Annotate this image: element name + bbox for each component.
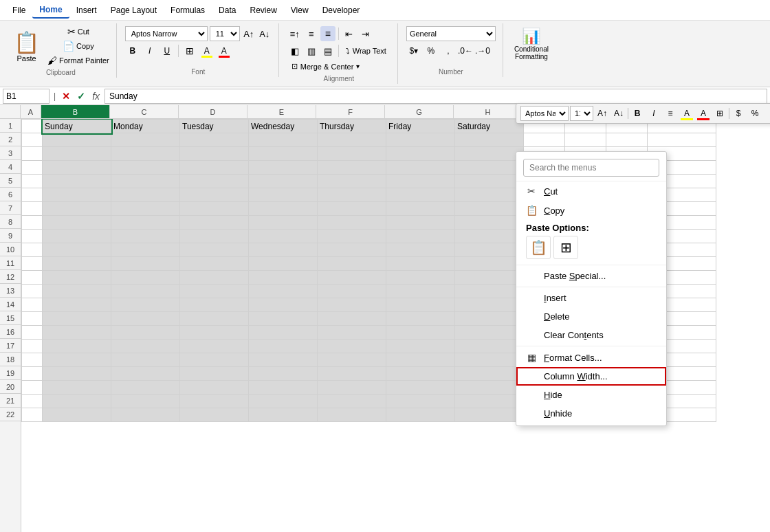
table-row[interactable] bbox=[318, 271, 386, 285]
table-row[interactable] bbox=[455, 312, 524, 326]
table-row[interactable] bbox=[455, 381, 524, 395]
table-row[interactable] bbox=[22, 202, 43, 216]
mini-fill-color-button[interactable]: A bbox=[679, 106, 694, 121]
row-num-15[interactable]: 15 bbox=[0, 311, 21, 325]
table-row[interactable] bbox=[43, 147, 111, 161]
comma-button[interactable]: , bbox=[441, 43, 456, 58]
context-menu-hide[interactable]: Hide bbox=[516, 386, 666, 404]
table-row[interactable] bbox=[249, 298, 318, 312]
table-row[interactable] bbox=[318, 408, 386, 422]
table-row[interactable] bbox=[249, 216, 318, 230]
col-header-e[interactable]: E bbox=[248, 105, 316, 118]
row-num-11[interactable]: 11 bbox=[0, 256, 21, 270]
menu-data[interactable]: Data bbox=[212, 3, 243, 18]
table-row[interactable] bbox=[318, 202, 386, 216]
row-num-5[interactable]: 5 bbox=[0, 174, 21, 188]
table-row[interactable] bbox=[111, 216, 180, 230]
row-num-4[interactable]: 4 bbox=[0, 160, 21, 174]
table-row[interactable] bbox=[180, 340, 249, 353]
table-row[interactable] bbox=[111, 243, 180, 257]
table-row[interactable] bbox=[43, 175, 111, 188]
table-row[interactable] bbox=[249, 367, 318, 381]
table-row[interactable] bbox=[22, 340, 43, 353]
table-row[interactable] bbox=[43, 243, 111, 257]
table-row[interactable]: Friday bbox=[386, 120, 455, 133]
paste-option-paste-button[interactable]: 📋 bbox=[526, 236, 551, 259]
table-row[interactable] bbox=[43, 161, 111, 175]
align-right-button[interactable]: ▤ bbox=[320, 43, 336, 58]
table-row[interactable] bbox=[249, 202, 318, 216]
table-row[interactable] bbox=[22, 326, 43, 340]
increase-decimal-button[interactable]: .→0 bbox=[475, 43, 490, 58]
table-row[interactable] bbox=[455, 202, 524, 216]
table-row[interactable] bbox=[111, 133, 180, 147]
table-row[interactable]: Monday bbox=[111, 120, 180, 133]
table-row[interactable] bbox=[386, 175, 455, 188]
table-row[interactable] bbox=[249, 230, 318, 243]
table-row[interactable] bbox=[318, 188, 386, 202]
menu-formulas[interactable]: Formulas bbox=[164, 3, 212, 18]
table-row[interactable] bbox=[249, 188, 318, 202]
table-row[interactable] bbox=[22, 367, 43, 381]
bold-button[interactable]: B bbox=[125, 43, 140, 58]
table-row[interactable] bbox=[386, 367, 455, 381]
table-row[interactable] bbox=[180, 298, 249, 312]
table-row[interactable] bbox=[180, 326, 249, 340]
table-row[interactable] bbox=[249, 271, 318, 285]
table-row[interactable] bbox=[43, 133, 111, 147]
menu-page-layout[interactable]: Page Layout bbox=[104, 3, 164, 18]
font-name-selector[interactable]: Aptos Narrow bbox=[125, 26, 208, 41]
table-row[interactable] bbox=[180, 395, 249, 408]
align-top-right-button[interactable]: ≡ bbox=[320, 26, 336, 41]
table-row[interactable]: Tuesday bbox=[180, 120, 249, 133]
table-row[interactable] bbox=[318, 298, 386, 312]
col-header-h[interactable]: H bbox=[454, 105, 522, 118]
context-menu-search-input[interactable] bbox=[523, 159, 659, 177]
indent-decrease-button[interactable]: ⇤ bbox=[342, 26, 357, 41]
mini-currency-button[interactable]: $ bbox=[731, 106, 746, 121]
mini-font-grow-button[interactable]: A↑ bbox=[595, 106, 610, 121]
table-row[interactable] bbox=[111, 353, 180, 367]
table-row[interactable] bbox=[180, 243, 249, 257]
table-row[interactable]: Sunday bbox=[43, 120, 111, 133]
table-row[interactable] bbox=[180, 161, 249, 175]
table-row[interactable] bbox=[43, 285, 111, 298]
mini-comma-button[interactable]: , bbox=[764, 106, 770, 121]
table-row[interactable] bbox=[386, 408, 455, 422]
table-row[interactable] bbox=[318, 381, 386, 395]
merge-dropdown-icon[interactable]: ▾ bbox=[356, 63, 360, 70]
table-row[interactable] bbox=[318, 230, 386, 243]
table-row[interactable] bbox=[180, 188, 249, 202]
table-row[interactable] bbox=[524, 133, 565, 147]
row-num-10[interactable]: 10 bbox=[0, 243, 21, 256]
table-row[interactable] bbox=[249, 340, 318, 353]
formula-input-field[interactable] bbox=[104, 89, 767, 104]
table-row[interactable] bbox=[22, 243, 43, 257]
table-row[interactable] bbox=[111, 312, 180, 326]
table-row[interactable] bbox=[318, 367, 386, 381]
table-row[interactable] bbox=[22, 395, 43, 408]
font-size-selector[interactable]: 11 bbox=[210, 26, 240, 41]
table-row[interactable] bbox=[455, 285, 524, 298]
table-row[interactable] bbox=[455, 161, 524, 175]
menu-view[interactable]: View bbox=[284, 3, 316, 18]
row-num-16[interactable]: 16 bbox=[0, 325, 21, 339]
table-row[interactable] bbox=[455, 367, 524, 381]
table-row[interactable] bbox=[386, 257, 455, 271]
table-row[interactable] bbox=[249, 395, 318, 408]
align-top-left-button[interactable]: ≡↑ bbox=[287, 26, 302, 41]
cut-button[interactable]: ✂ Cut bbox=[45, 25, 112, 38]
table-row[interactable] bbox=[249, 175, 318, 188]
table-row[interactable] bbox=[22, 298, 43, 312]
table-row[interactable] bbox=[386, 381, 455, 395]
table-row[interactable] bbox=[455, 271, 524, 285]
table-row[interactable] bbox=[455, 188, 524, 202]
table-row[interactable] bbox=[180, 271, 249, 285]
table-row[interactable] bbox=[180, 381, 249, 395]
table-row[interactable] bbox=[111, 395, 180, 408]
table-row[interactable] bbox=[43, 271, 111, 285]
mini-font-shrink-button[interactable]: A↓ bbox=[611, 106, 626, 121]
table-row[interactable] bbox=[43, 408, 111, 422]
table-row[interactable] bbox=[22, 285, 43, 298]
col-header-a[interactable]: A bbox=[21, 105, 41, 118]
